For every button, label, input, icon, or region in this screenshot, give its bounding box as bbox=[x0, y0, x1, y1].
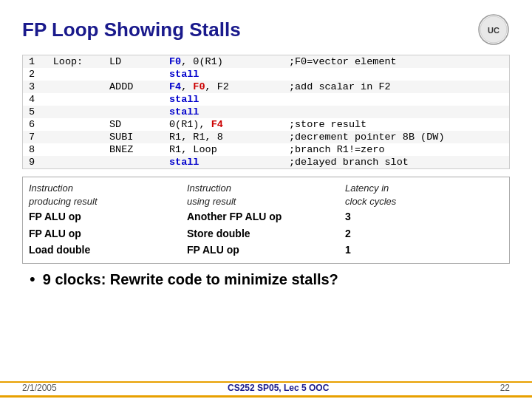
bullet-section: • 9 clocks: Rewrite code to minimize sta… bbox=[30, 271, 510, 288]
info-col1-header: Instructionproducing result bbox=[29, 182, 187, 208]
table-row: 2 stall bbox=[23, 68, 510, 81]
info-row2-col3: 2 bbox=[345, 225, 503, 242]
info-row3-col1: Load double bbox=[29, 242, 187, 258]
code-table: 1 Loop: LD F0, 0(R1) ;F0=vector element … bbox=[22, 55, 510, 169]
page-title: FP Loop Showing Stalls bbox=[22, 18, 241, 41]
info-grid: Instructionproducing result Instructionu… bbox=[29, 182, 503, 259]
table-row: 6 SD 0(R1), F4 ;store result bbox=[23, 118, 510, 131]
footer-course: CS252 SP05, Lec 5 OOC bbox=[228, 383, 329, 393]
footer-date: 2/1/2005 bbox=[22, 383, 57, 393]
header: FP Loop Showing Stalls UC bbox=[22, 13, 510, 46]
table-row: 7 SUBI R1, R1, 8 ;decrement pointer 8B (… bbox=[23, 131, 510, 143]
table-row: 9 stall ;delayed branch slot bbox=[23, 156, 510, 169]
footer: 2/1/2005 CS252 SP05, Lec 5 OOC 22 bbox=[0, 381, 532, 393]
footer-container: 2/1/2005 CS252 SP05, Lec 5 OOC 22 bbox=[0, 395, 532, 399]
table-row: 3 ADDD F4, F0, F2 ;add scalar in F2 bbox=[23, 81, 510, 93]
info-row2-col2: Store double bbox=[187, 225, 345, 242]
orange-divider bbox=[0, 395, 532, 398]
info-col2-header: Instructionusing result bbox=[187, 182, 345, 208]
info-row1-col3: 3 bbox=[345, 208, 503, 225]
svg-text:UC: UC bbox=[488, 26, 499, 35]
slide: FP Loop Showing Stalls UC 1 Loop: LD F0,… bbox=[0, 0, 532, 399]
bullet-text: 9 clocks: Rewrite code to minimize stall… bbox=[43, 271, 338, 288]
bullet-icon: • bbox=[30, 271, 35, 287]
info-table-container: Instructionproducing result Instructionu… bbox=[22, 177, 510, 264]
logo-icon: UC bbox=[477, 13, 510, 46]
table-row: 5 stall bbox=[23, 106, 510, 118]
info-row1-col2: Another FP ALU op bbox=[187, 208, 345, 225]
info-row1-col1: FP ALU op bbox=[29, 208, 187, 225]
info-row3-col3: 1 bbox=[345, 242, 503, 258]
info-row3-col2: FP ALU op bbox=[187, 242, 345, 258]
info-row2-col1: FP ALU op bbox=[29, 225, 187, 242]
footer-page: 22 bbox=[500, 383, 510, 393]
table-row: 1 Loop: LD F0, 0(R1) ;F0=vector element bbox=[23, 55, 510, 69]
table-row: 4 stall bbox=[23, 93, 510, 106]
table-row: 8 BNEZ R1, Loop ;branch R1!=zero bbox=[23, 143, 510, 156]
info-col3-header: Latency inclock cycles bbox=[345, 182, 503, 208]
